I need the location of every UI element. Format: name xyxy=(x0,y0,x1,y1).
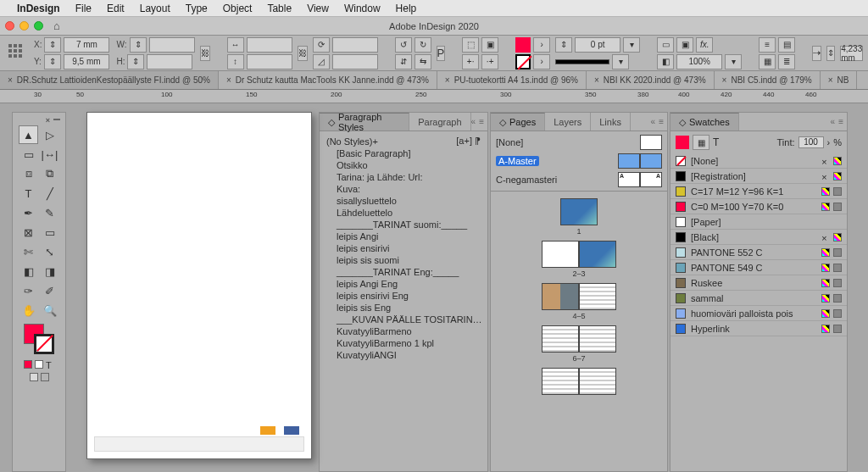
auto-fit-icon[interactable]: ▭ xyxy=(657,37,674,53)
ps-item[interactable]: KuvatyyliANGI xyxy=(320,349,487,361)
paragraph-styles-list[interactable]: (No Styles)+[a+] ⁋ [Basic Paragraph] Ots… xyxy=(320,131,487,471)
scale-x-field[interactable] xyxy=(247,37,292,53)
panel-menu-icon[interactable]: ≡ xyxy=(479,117,484,126)
page-thumbs[interactable]: 1 2–3 4–5 6–7 xyxy=(491,191,667,471)
zoom-window-button[interactable] xyxy=(34,21,43,31)
menu-type[interactable]: Type xyxy=(186,3,208,14)
gradient-feather-tool[interactable]: ◨ xyxy=(40,262,59,280)
doc-tab-1[interactable]: ×DR.Schutz LattioidenKestopäällyste FI.i… xyxy=(0,71,219,89)
menu-help[interactable]: Help xyxy=(396,3,417,14)
preview-mode-icon[interactable] xyxy=(41,373,49,381)
close-icon[interactable]: × xyxy=(226,75,231,85)
swatch-row[interactable]: [Black]× xyxy=(670,230,847,245)
rectangle-frame-tool[interactable]: ⊠ xyxy=(19,223,38,242)
stroke-proxy[interactable] xyxy=(34,334,54,354)
motion-stepper[interactable]: ⇕ xyxy=(826,46,835,61)
scale-y-field[interactable] xyxy=(247,54,292,69)
panel-collapse-icon[interactable]: « xyxy=(831,117,836,126)
formatting-text-icon[interactable]: T xyxy=(46,360,54,369)
textwrap-shape-icon[interactable]: ▦ xyxy=(759,54,776,69)
h-stepper[interactable]: ⇕ xyxy=(127,54,144,69)
fill-proxy-icon[interactable] xyxy=(676,136,689,149)
stroke-weight-field[interactable]: 0 pt xyxy=(575,37,620,53)
apply-color-icon[interactable] xyxy=(24,360,32,369)
canvas-area[interactable] xyxy=(86,112,312,472)
ps-item[interactable]: [Basic Paragraph] xyxy=(320,147,487,159)
pencil-tool[interactable]: ✎ xyxy=(40,203,59,222)
content-collector-tool[interactable]: ⧈ xyxy=(19,164,38,183)
tab-paragraph-styles[interactable]: ◇Paragraph Styles xyxy=(320,113,409,130)
shear-field[interactable] xyxy=(332,54,378,69)
menu-object[interactable]: Object xyxy=(223,3,253,14)
normal-mode-icon[interactable] xyxy=(30,373,38,381)
page-thumb[interactable] xyxy=(542,325,579,353)
ps-item[interactable]: leipis sis suomi xyxy=(320,254,487,266)
panel-collapse-icon[interactable]: « xyxy=(651,117,656,126)
menu-window[interactable]: Window xyxy=(344,3,381,14)
eyedropper-tool[interactable]: ✐ xyxy=(40,281,59,300)
close-window-button[interactable] xyxy=(5,21,14,31)
ps-item[interactable]: Lähdeluettelo xyxy=(320,207,487,219)
master-none[interactable]: [None] xyxy=(496,135,662,150)
page-thumb[interactable] xyxy=(560,198,598,225)
textwrap-none-icon[interactable]: ≡ xyxy=(759,37,776,53)
frame-fitting-icon[interactable]: ▣ xyxy=(676,37,693,53)
page-thumb[interactable] xyxy=(579,325,616,353)
fill-swatch[interactable] xyxy=(515,37,531,53)
minimize-window-button[interactable] xyxy=(19,21,29,31)
ps-item[interactable]: leipis ensirivi Eng xyxy=(320,290,487,302)
scale-y-icon[interactable]: ↕ xyxy=(227,54,244,69)
text-swatch-icon[interactable]: T xyxy=(713,136,719,148)
shear-icon[interactable]: ◿ xyxy=(313,54,330,69)
close-icon[interactable]: × xyxy=(828,75,833,85)
swatch-row[interactable]: C=0 M=100 Y=70 K=0 xyxy=(670,199,847,214)
x-field[interactable]: 7 mm xyxy=(64,37,109,53)
panel-menu-icon[interactable]: ≡ xyxy=(659,117,664,126)
ps-item[interactable]: Otsikko xyxy=(320,159,487,171)
close-icon[interactable]: × xyxy=(8,75,13,85)
swatch-row[interactable]: huomioväri palloista pois xyxy=(670,306,847,321)
swatch-row[interactable]: PANTONE 549 C xyxy=(670,260,847,275)
ps-item[interactable]: Tarina: ja Lähde: Url: xyxy=(320,171,487,183)
tab-links[interactable]: Links xyxy=(591,113,631,130)
tab-layers[interactable]: Layers xyxy=(545,113,591,130)
swatch-row[interactable]: [Paper] xyxy=(670,214,847,230)
swatch-row[interactable]: C=17 M=12 Y=96 K=1 xyxy=(670,184,847,199)
home-icon[interactable]: ⌂ xyxy=(53,19,60,32)
menu-table[interactable]: Table xyxy=(267,3,292,14)
content-placer-tool[interactable]: ⧉ xyxy=(40,164,59,183)
motion-icon[interactable]: ⇢ xyxy=(812,46,821,61)
swatch-row[interactable]: Hyperlink xyxy=(670,321,847,336)
y-field[interactable]: 9,5 mm xyxy=(64,54,109,69)
free-transform-tool[interactable]: ⤡ xyxy=(40,242,59,261)
rectangle-tool[interactable]: ▭ xyxy=(40,223,59,242)
fill-flyout-icon[interactable]: › xyxy=(533,37,550,53)
ps-item[interactable]: leipis Angi Eng xyxy=(320,278,487,290)
page-thumb[interactable] xyxy=(542,241,579,268)
stroke-flyout-icon[interactable]: › xyxy=(533,54,550,69)
doc-tab-2[interactable]: ×Dr Schutz kautta MacTools KK Janne.indd… xyxy=(219,71,437,89)
close-icon[interactable]: × xyxy=(445,75,450,85)
ps-item[interactable]: Kuva: xyxy=(320,183,487,195)
page-thumb[interactable] xyxy=(542,368,579,395)
link-wh-icon[interactable]: ⛓ xyxy=(200,46,210,61)
x-stepper[interactable]: ⇕ xyxy=(44,37,61,53)
direct-selection-tool[interactable]: ▷ xyxy=(40,125,59,144)
menu-view[interactable]: View xyxy=(307,3,329,14)
swatch-row[interactable]: sammal xyxy=(670,291,847,306)
doc-tab-5[interactable]: ×NBI C5.indd @ 179% xyxy=(715,71,821,89)
textwrap-jump-icon[interactable]: ≣ xyxy=(778,54,795,69)
panel-menu-icon[interactable]: ≡ xyxy=(838,117,843,126)
ps-item[interactable]: leipis sis Eng xyxy=(320,302,487,314)
ps-item[interactable]: leipis ensirivi xyxy=(320,242,487,254)
doc-tab-4[interactable]: ×NBI KK 2020.indd @ 473% xyxy=(587,71,715,89)
swatch-row[interactable]: PANTONE 552 C xyxy=(670,245,847,260)
ps-item[interactable]: _______TARINAT suomi:_____ xyxy=(320,219,487,230)
fill-stroke-proxy[interactable] xyxy=(22,322,56,356)
doc-tab-6[interactable]: ×NB xyxy=(821,71,858,89)
swatch-list[interactable]: [None]×[Registration]×C=17 M=12 Y=96 K=1… xyxy=(670,153,847,336)
swatch-row[interactable]: [Registration]× xyxy=(670,169,847,184)
link-scale-icon[interactable]: ⛓ xyxy=(298,46,308,61)
stroke-style-menu[interactable]: ▾ xyxy=(612,54,629,69)
motion-field[interactable]: 4,233 mm xyxy=(840,46,863,61)
